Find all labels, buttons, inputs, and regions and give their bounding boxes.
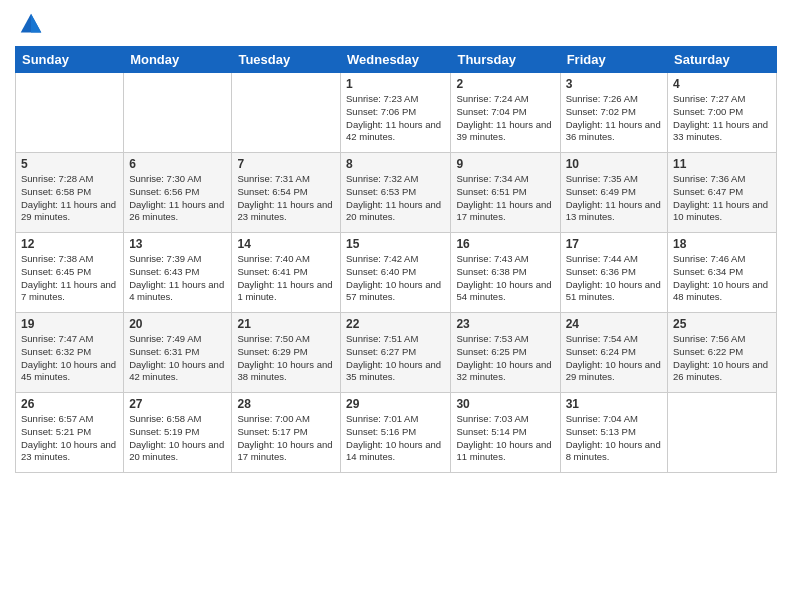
calendar-cell: 4Sunrise: 7:27 AM Sunset: 7:00 PM Daylig… (668, 73, 777, 153)
weekday-header-tuesday: Tuesday (232, 47, 341, 73)
day-info: Sunrise: 7:24 AM Sunset: 7:04 PM Dayligh… (456, 93, 554, 144)
day-info: Sunrise: 7:04 AM Sunset: 5:13 PM Dayligh… (566, 413, 662, 464)
day-info: Sunrise: 6:57 AM Sunset: 5:21 PM Dayligh… (21, 413, 118, 464)
day-number: 1 (346, 77, 445, 91)
day-number: 31 (566, 397, 662, 411)
calendar-cell: 30Sunrise: 7:03 AM Sunset: 5:14 PM Dayli… (451, 393, 560, 473)
calendar-cell: 8Sunrise: 7:32 AM Sunset: 6:53 PM Daylig… (341, 153, 451, 233)
day-number: 13 (129, 237, 226, 251)
calendar-week-row: 19Sunrise: 7:47 AM Sunset: 6:32 PM Dayli… (16, 313, 777, 393)
calendar: SundayMondayTuesdayWednesdayThursdayFrid… (15, 46, 777, 473)
day-info: Sunrise: 7:31 AM Sunset: 6:54 PM Dayligh… (237, 173, 335, 224)
day-info: Sunrise: 7:46 AM Sunset: 6:34 PM Dayligh… (673, 253, 771, 304)
weekday-header-row: SundayMondayTuesdayWednesdayThursdayFrid… (16, 47, 777, 73)
calendar-cell: 24Sunrise: 7:54 AM Sunset: 6:24 PM Dayli… (560, 313, 667, 393)
calendar-cell (16, 73, 124, 153)
day-info: Sunrise: 6:58 AM Sunset: 5:19 PM Dayligh… (129, 413, 226, 464)
calendar-cell: 6Sunrise: 7:30 AM Sunset: 6:56 PM Daylig… (124, 153, 232, 233)
day-number: 29 (346, 397, 445, 411)
weekday-header-saturday: Saturday (668, 47, 777, 73)
day-number: 18 (673, 237, 771, 251)
day-info: Sunrise: 7:39 AM Sunset: 6:43 PM Dayligh… (129, 253, 226, 304)
weekday-header-friday: Friday (560, 47, 667, 73)
day-number: 10 (566, 157, 662, 171)
calendar-cell: 23Sunrise: 7:53 AM Sunset: 6:25 PM Dayli… (451, 313, 560, 393)
day-info: Sunrise: 7:00 AM Sunset: 5:17 PM Dayligh… (237, 413, 335, 464)
calendar-week-row: 12Sunrise: 7:38 AM Sunset: 6:45 PM Dayli… (16, 233, 777, 313)
day-info: Sunrise: 7:03 AM Sunset: 5:14 PM Dayligh… (456, 413, 554, 464)
day-info: Sunrise: 7:40 AM Sunset: 6:41 PM Dayligh… (237, 253, 335, 304)
day-number: 19 (21, 317, 118, 331)
day-info: Sunrise: 7:47 AM Sunset: 6:32 PM Dayligh… (21, 333, 118, 384)
weekday-header-thursday: Thursday (451, 47, 560, 73)
calendar-cell: 10Sunrise: 7:35 AM Sunset: 6:49 PM Dayli… (560, 153, 667, 233)
day-info: Sunrise: 7:28 AM Sunset: 6:58 PM Dayligh… (21, 173, 118, 224)
weekday-header-sunday: Sunday (16, 47, 124, 73)
calendar-week-row: 1Sunrise: 7:23 AM Sunset: 7:06 PM Daylig… (16, 73, 777, 153)
day-number: 12 (21, 237, 118, 251)
day-number: 23 (456, 317, 554, 331)
day-info: Sunrise: 7:27 AM Sunset: 7:00 PM Dayligh… (673, 93, 771, 144)
calendar-cell: 12Sunrise: 7:38 AM Sunset: 6:45 PM Dayli… (16, 233, 124, 313)
calendar-cell: 11Sunrise: 7:36 AM Sunset: 6:47 PM Dayli… (668, 153, 777, 233)
day-number: 9 (456, 157, 554, 171)
day-info: Sunrise: 7:01 AM Sunset: 5:16 PM Dayligh… (346, 413, 445, 464)
day-info: Sunrise: 7:44 AM Sunset: 6:36 PM Dayligh… (566, 253, 662, 304)
page: SundayMondayTuesdayWednesdayThursdayFrid… (0, 0, 792, 612)
day-info: Sunrise: 7:35 AM Sunset: 6:49 PM Dayligh… (566, 173, 662, 224)
svg-marker-1 (31, 14, 41, 33)
day-number: 15 (346, 237, 445, 251)
calendar-cell (232, 73, 341, 153)
day-number: 11 (673, 157, 771, 171)
calendar-cell: 21Sunrise: 7:50 AM Sunset: 6:29 PM Dayli… (232, 313, 341, 393)
calendar-cell: 19Sunrise: 7:47 AM Sunset: 6:32 PM Dayli… (16, 313, 124, 393)
day-number: 27 (129, 397, 226, 411)
calendar-cell: 26Sunrise: 6:57 AM Sunset: 5:21 PM Dayli… (16, 393, 124, 473)
day-number: 17 (566, 237, 662, 251)
day-info: Sunrise: 7:34 AM Sunset: 6:51 PM Dayligh… (456, 173, 554, 224)
day-info: Sunrise: 7:23 AM Sunset: 7:06 PM Dayligh… (346, 93, 445, 144)
calendar-cell: 7Sunrise: 7:31 AM Sunset: 6:54 PM Daylig… (232, 153, 341, 233)
day-info: Sunrise: 7:36 AM Sunset: 6:47 PM Dayligh… (673, 173, 771, 224)
calendar-cell: 3Sunrise: 7:26 AM Sunset: 7:02 PM Daylig… (560, 73, 667, 153)
calendar-cell: 18Sunrise: 7:46 AM Sunset: 6:34 PM Dayli… (668, 233, 777, 313)
day-info: Sunrise: 7:56 AM Sunset: 6:22 PM Dayligh… (673, 333, 771, 384)
day-number: 8 (346, 157, 445, 171)
calendar-cell: 20Sunrise: 7:49 AM Sunset: 6:31 PM Dayli… (124, 313, 232, 393)
calendar-cell: 27Sunrise: 6:58 AM Sunset: 5:19 PM Dayli… (124, 393, 232, 473)
calendar-week-row: 26Sunrise: 6:57 AM Sunset: 5:21 PM Dayli… (16, 393, 777, 473)
calendar-cell: 28Sunrise: 7:00 AM Sunset: 5:17 PM Dayli… (232, 393, 341, 473)
day-number: 3 (566, 77, 662, 91)
calendar-cell: 16Sunrise: 7:43 AM Sunset: 6:38 PM Dayli… (451, 233, 560, 313)
header (15, 10, 777, 38)
calendar-cell: 2Sunrise: 7:24 AM Sunset: 7:04 PM Daylig… (451, 73, 560, 153)
day-number: 25 (673, 317, 771, 331)
day-number: 20 (129, 317, 226, 331)
day-number: 6 (129, 157, 226, 171)
day-info: Sunrise: 7:26 AM Sunset: 7:02 PM Dayligh… (566, 93, 662, 144)
calendar-cell: 29Sunrise: 7:01 AM Sunset: 5:16 PM Dayli… (341, 393, 451, 473)
day-info: Sunrise: 7:30 AM Sunset: 6:56 PM Dayligh… (129, 173, 226, 224)
day-number: 7 (237, 157, 335, 171)
calendar-cell: 5Sunrise: 7:28 AM Sunset: 6:58 PM Daylig… (16, 153, 124, 233)
calendar-cell: 13Sunrise: 7:39 AM Sunset: 6:43 PM Dayli… (124, 233, 232, 313)
calendar-cell: 9Sunrise: 7:34 AM Sunset: 6:51 PM Daylig… (451, 153, 560, 233)
day-number: 22 (346, 317, 445, 331)
day-number: 26 (21, 397, 118, 411)
calendar-cell (668, 393, 777, 473)
day-number: 21 (237, 317, 335, 331)
weekday-header-wednesday: Wednesday (341, 47, 451, 73)
day-number: 28 (237, 397, 335, 411)
day-number: 14 (237, 237, 335, 251)
day-number: 4 (673, 77, 771, 91)
logo (15, 10, 45, 38)
calendar-cell: 17Sunrise: 7:44 AM Sunset: 6:36 PM Dayli… (560, 233, 667, 313)
day-info: Sunrise: 7:38 AM Sunset: 6:45 PM Dayligh… (21, 253, 118, 304)
day-number: 5 (21, 157, 118, 171)
calendar-cell: 1Sunrise: 7:23 AM Sunset: 7:06 PM Daylig… (341, 73, 451, 153)
day-info: Sunrise: 7:49 AM Sunset: 6:31 PM Dayligh… (129, 333, 226, 384)
calendar-cell: 31Sunrise: 7:04 AM Sunset: 5:13 PM Dayli… (560, 393, 667, 473)
day-info: Sunrise: 7:50 AM Sunset: 6:29 PM Dayligh… (237, 333, 335, 384)
day-number: 30 (456, 397, 554, 411)
day-number: 16 (456, 237, 554, 251)
